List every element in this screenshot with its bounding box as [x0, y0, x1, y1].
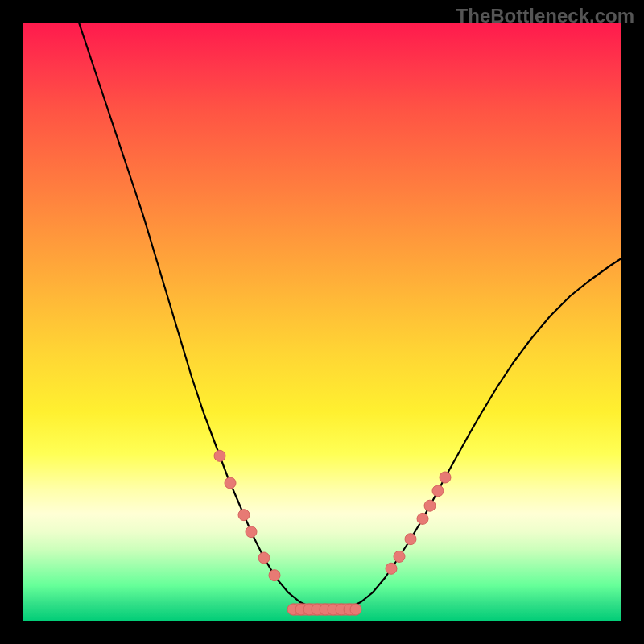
plot-area — [23, 23, 621, 621]
data-marker — [405, 534, 416, 545]
data-marker — [214, 450, 225, 461]
chart-container: TheBottleneck.com — [0, 0, 644, 644]
data-marker — [269, 570, 280, 581]
data-marker — [225, 477, 236, 489]
data-marker — [432, 485, 444, 497]
bottleneck-curve — [79, 23, 621, 610]
data-marker — [238, 510, 250, 521]
watermark-text: TheBottleneck.com — [456, 5, 634, 27]
data-marker — [394, 551, 405, 562]
data-marker — [258, 552, 270, 564]
data-marker — [440, 472, 451, 483]
data-marker — [386, 563, 397, 574]
data-marker — [246, 526, 257, 538]
curve-svg — [23, 23, 621, 621]
data-marker — [417, 513, 428, 524]
data-marker — [424, 500, 436, 511]
data-marker — [350, 604, 361, 615]
